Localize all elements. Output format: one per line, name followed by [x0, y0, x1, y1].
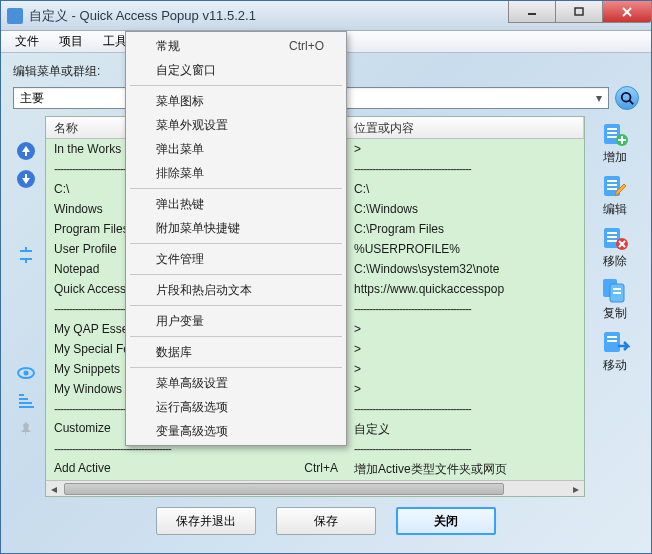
scroll-thumb[interactable] [64, 483, 504, 495]
separator-button[interactable] [15, 244, 37, 266]
menu-item[interactable]: 常规Ctrl+O [128, 34, 344, 58]
bottom-bar: 保存并退出 保存 关闭 [13, 497, 639, 545]
menu-item[interactable]: 菜单高级设置 [128, 371, 344, 395]
app-icon [7, 8, 23, 24]
menu-project[interactable]: 项目 [49, 31, 93, 52]
pin-button[interactable] [15, 418, 37, 440]
menu-item[interactable]: 文件管理 [128, 247, 344, 271]
menu-item[interactable]: 弹出热键 [128, 192, 344, 216]
svg-rect-15 [607, 128, 617, 130]
remove-button[interactable]: 移除 [593, 222, 637, 272]
copy-button[interactable]: 复制 [593, 274, 637, 324]
table-row[interactable]: Add ActiveCtrl+A增加Active类型文件夹或网页 [46, 459, 584, 479]
menu-separator [130, 243, 342, 244]
svg-rect-30 [613, 288, 621, 290]
eye-button[interactable] [15, 362, 37, 384]
save-exit-button[interactable]: 保存并退出 [156, 507, 256, 535]
move-icon [600, 328, 630, 356]
scroll-right-icon[interactable]: ▸ [568, 481, 584, 497]
add-icon [600, 120, 630, 148]
copy-icon [600, 276, 630, 304]
menu-item[interactable]: 弹出菜单 [128, 137, 344, 161]
col-header-location[interactable]: 位置或内容 [346, 117, 584, 138]
menu-separator [130, 274, 342, 275]
menu-item[interactable]: 附加菜单快捷键 [128, 216, 344, 240]
left-toolbar [13, 116, 39, 497]
window-title: 自定义 - Quick Access Popup v11.5.2.1 [29, 7, 508, 25]
right-toolbar: 增加 编辑 移除 复制 移动 [591, 116, 639, 497]
close-button[interactable] [602, 1, 652, 23]
svg-rect-17 [607, 136, 617, 138]
menu-item[interactable]: 数据库 [128, 340, 344, 364]
add-button[interactable]: 增加 [593, 118, 637, 168]
svg-rect-24 [607, 232, 617, 234]
svg-rect-16 [607, 132, 617, 134]
options-dropdown: 常规Ctrl+O自定义窗口菜单图标菜单外观设置弹出菜单排除菜单弹出热键附加菜单快… [125, 31, 347, 446]
svg-rect-31 [613, 292, 621, 294]
minimize-button[interactable] [508, 1, 556, 23]
titlebar[interactable]: 自定义 - Quick Access Popup v11.5.2.1 [1, 1, 651, 31]
hierarchy-button[interactable] [15, 390, 37, 412]
svg-rect-26 [607, 240, 617, 242]
svg-rect-20 [607, 180, 617, 182]
svg-rect-1 [575, 8, 583, 15]
menu-item[interactable]: 菜单外观设置 [128, 113, 344, 137]
search-button[interactable] [615, 86, 639, 110]
menu-separator [130, 188, 342, 189]
menu-item[interactable]: 运行高级选项 [128, 395, 344, 419]
svg-rect-25 [607, 236, 617, 238]
move-down-button[interactable] [15, 168, 37, 190]
save-button[interactable]: 保存 [276, 507, 376, 535]
menu-item[interactable]: 排除菜单 [128, 161, 344, 185]
edit-icon [600, 172, 630, 200]
svg-point-13 [24, 371, 29, 376]
svg-rect-33 [607, 336, 617, 338]
menu-separator [130, 85, 342, 86]
app-window: 自定义 - Quick Access Popup v11.5.2.1 文件 项目… [0, 0, 652, 554]
menu-item[interactable]: 片段和热启动文本 [128, 278, 344, 302]
menu-separator [130, 336, 342, 337]
chevron-down-icon: ▾ [596, 91, 602, 105]
maximize-button[interactable] [555, 1, 603, 23]
scroll-left-icon[interactable]: ◂ [46, 481, 62, 497]
menu-file[interactable]: 文件 [5, 31, 49, 52]
svg-rect-22 [607, 188, 617, 190]
menu-separator [130, 305, 342, 306]
remove-icon [600, 224, 630, 252]
menu-separator [130, 367, 342, 368]
svg-line-5 [630, 101, 634, 105]
menu-item[interactable]: 自定义窗口 [128, 58, 344, 82]
search-icon [620, 91, 634, 105]
close-dialog-button[interactable]: 关闭 [396, 507, 496, 535]
move-button[interactable]: 移动 [593, 326, 637, 376]
svg-rect-34 [607, 340, 617, 342]
group-select-value: 主要 [20, 90, 44, 107]
edit-button[interactable]: 编辑 [593, 170, 637, 220]
body-panel: 常规Ctrl+O自定义窗口菜单图标菜单外观设置弹出菜单排除菜单弹出热键附加菜单快… [1, 53, 651, 553]
svg-rect-21 [607, 184, 617, 186]
menu-item[interactable]: 用户变量 [128, 309, 344, 333]
menu-item[interactable]: 菜单图标 [128, 89, 344, 113]
horizontal-scrollbar[interactable]: ◂ ▸ [46, 480, 584, 496]
svg-point-4 [622, 93, 631, 102]
move-up-button[interactable] [15, 140, 37, 162]
menu-item[interactable]: 变量高级选项 [128, 419, 344, 443]
edit-label: 编辑菜单或群组: [13, 63, 100, 80]
